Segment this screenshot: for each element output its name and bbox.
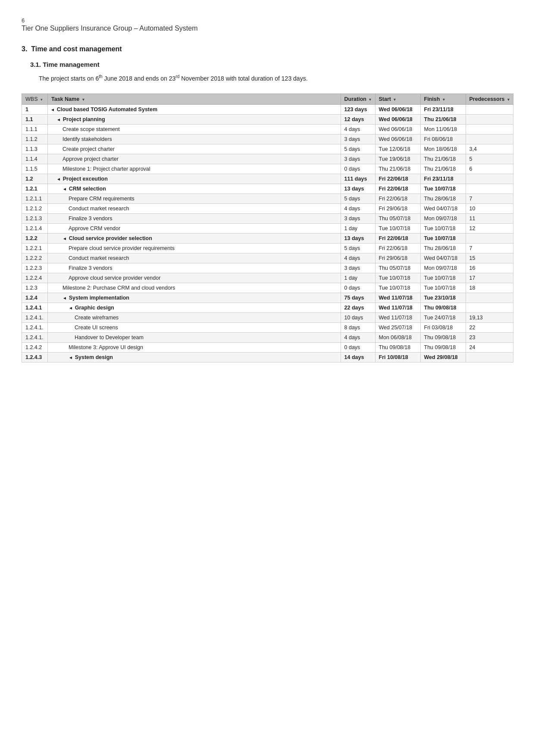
cell-finish: Thu 09/08/18 [420,303,466,313]
cell-wbs: 1.2.1 [22,184,48,194]
cell-duration: 3 days [341,214,375,224]
collapse-icon[interactable]: ◄ [63,187,68,191]
cell-start: Fri 22/06/18 [375,194,420,204]
cell-task: Milestone 3: Approve UI design [48,343,341,353]
cell-duration: 4 days [341,204,375,214]
cell-wbs: 1.1.4 [22,154,48,164]
cell-start: Tue 12/06/18 [375,144,420,154]
table-row: 1.2.1.4Approve CRM vendor1 dayTue 10/07/… [22,224,513,234]
cell-duration: 8 days [341,323,375,333]
page-title: Tier One Suppliers Insurance Group – Aut… [22,25,513,32]
collapse-icon[interactable]: ◄ [63,296,68,300]
project-table-wrapper: WBS ▾ Task Name ▾ Duration ▾ Start ▾ Fin… [22,94,513,362]
cell-task: ◄ Cloud service provider selection [48,234,341,244]
task-name-text: Milestone 1: Project charter approval [63,166,150,172]
cell-predecessors [466,115,513,125]
col-header-start[interactable]: Start ▾ [375,94,420,105]
cell-start: Wed 11/07/18 [375,313,420,323]
cell-duration: 5 days [341,194,375,204]
cell-wbs: 1.2.4.1. [22,333,48,343]
cell-predecessors [466,353,513,362]
cell-start: Wed 06/06/18 [375,105,420,115]
cell-finish: Thu 21/06/18 [420,115,466,125]
cell-predecessors: 15 [466,253,513,263]
table-row: 1.2.4.1◄ Graphic design22 daysWed 11/07/… [22,303,513,313]
cell-finish: Tue 10/07/18 [420,184,466,194]
cell-wbs: 1.2.4.1 [22,303,48,313]
cell-task: Handover to Developer team [48,333,341,343]
cell-predecessors: 5 [466,154,513,164]
cell-duration: 0 days [341,283,375,293]
cell-duration: 1 day [341,224,375,234]
cell-task: Finalize 3 vendors [48,214,341,224]
task-name-text: Conduct market research [69,206,129,212]
cell-finish: Tue 10/07/18 [420,234,466,244]
cell-duration: 22 days [341,303,375,313]
cell-duration: 4 days [341,253,375,263]
collapse-icon[interactable]: ◄ [50,107,56,112]
cell-start: Fri 10/08/18 [375,353,420,362]
cell-wbs: 1.2.4.1. [22,313,48,323]
cell-start: Fri 22/06/18 [375,244,420,253]
col-header-duration[interactable]: Duration ▾ [341,94,375,105]
page-number: 6 [22,17,513,24]
cell-predecessors [466,234,513,244]
col-header-finish[interactable]: Finish ▾ [420,94,466,105]
task-name-text: CRM selection [69,186,106,192]
table-row: 1.2.2.3Finalize 3 vendors3 daysThu 05/07… [22,263,513,273]
cell-duration: 14 days [341,353,375,362]
table-row: 1◄ Cloud based TOSIG Automated System123… [22,105,513,115]
section31-heading: 3.1. Time management [30,61,513,68]
col-header-predecessors[interactable]: Predecessors ▾ [466,94,513,105]
cell-finish: Tue 10/07/18 [420,273,466,283]
task-name-text: Milestone 3: Approve UI design [69,344,143,350]
cell-predecessors: 23 [466,333,513,343]
cell-start: Tue 10/07/18 [375,224,420,234]
task-name-text: Project planning [63,116,105,122]
task-name-text: Create project charter [63,146,115,152]
cell-finish: Wed 29/08/18 [420,353,466,362]
cell-start: Wed 25/07/18 [375,323,420,333]
task-name-text: Create UI screens [75,325,118,331]
cell-duration: 12 days [341,115,375,125]
cell-finish: Mon 09/07/18 [420,214,466,224]
task-name-text: Conduct market research [69,255,129,261]
cell-predecessors [466,134,513,144]
task-name-text: Cloud service provider selection [69,235,152,241]
collapse-icon[interactable]: ◄ [56,177,62,181]
task-name-text: Prepare CRM requirements [69,196,135,202]
cell-finish: Tue 24/07/18 [420,313,466,323]
cell-wbs: 1.2.1.3 [22,214,48,224]
col-header-wbs[interactable]: WBS ▾ [22,94,48,105]
task-name-text: Cloud based TOSIG Automated System [57,106,157,112]
cell-finish: Thu 28/06/18 [420,244,466,253]
cell-predecessors: 17 [466,273,513,283]
cell-wbs: 1.2.4 [22,293,48,303]
task-name-text: Milestone 2: Purchase CRM and cloud vend… [63,285,175,291]
collapse-icon[interactable]: ◄ [56,117,62,122]
cell-wbs: 1.2.2.3 [22,263,48,273]
cell-task: Milestone 2: Purchase CRM and cloud vend… [48,283,341,293]
cell-task: Create scope statement [48,125,341,134]
cell-predecessors [466,105,513,115]
cell-task: ◄ Project planning [48,115,341,125]
col-header-task[interactable]: Task Name ▾ [48,94,341,105]
cell-task: Create UI screens [48,323,341,333]
task-name-text: Approve project charter [63,156,119,162]
cell-finish: Tue 10/07/18 [420,224,466,234]
collapse-icon[interactable]: ◄ [69,306,74,310]
task-name-text: Graphic design [75,305,114,311]
table-row: 1.2.4◄ System implementation75 daysWed 1… [22,293,513,303]
project-table: WBS ▾ Task Name ▾ Duration ▾ Start ▾ Fin… [22,94,513,362]
cell-finish: Thu 21/06/18 [420,154,466,164]
cell-wbs: 1.1.2 [22,134,48,144]
cell-duration: 5 days [341,144,375,154]
collapse-icon[interactable]: ◄ [63,236,68,241]
cell-task: Create wireframes [48,313,341,323]
collapse-icon[interactable]: ◄ [69,355,74,360]
cell-wbs: 1.2.4.1. [22,323,48,333]
cell-wbs: 1.2.2.4 [22,273,48,283]
cell-duration: 5 days [341,244,375,253]
task-name-text: Project exceution [63,176,108,182]
cell-task: ◄ System design [48,353,341,362]
